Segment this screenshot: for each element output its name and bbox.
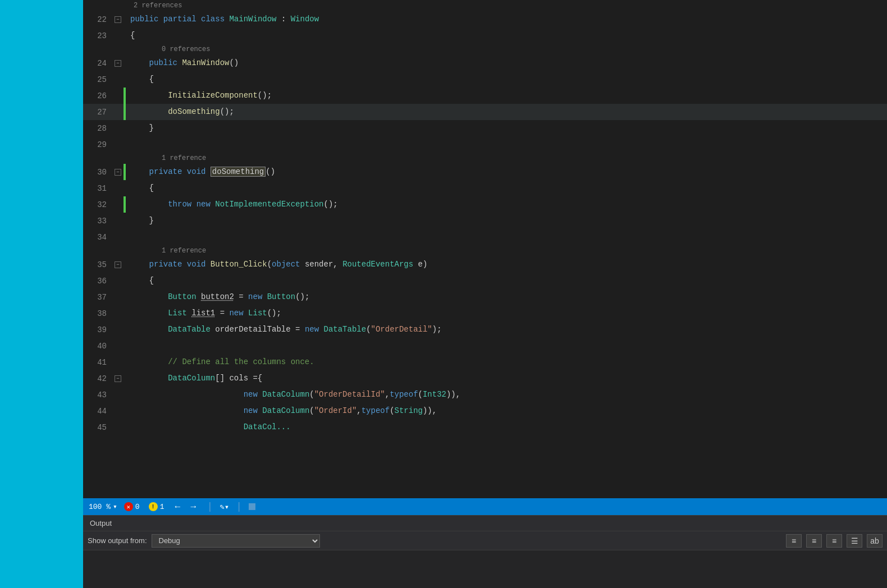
separator-2: |	[236, 501, 242, 512]
warning-count-item[interactable]: ! 1	[149, 502, 164, 511]
line-num-26: 26	[83, 91, 112, 100]
collapse-btn-42[interactable]: −	[115, 375, 121, 382]
output-btn-1[interactable]: ≡	[786, 534, 802, 548]
code-content-35: private void Button_Click(object sender,…	[126, 256, 887, 273]
ref-count-35: 1 reference	[162, 247, 206, 255]
zoom-control[interactable]: 100 % ▾	[89, 502, 117, 511]
code-content-30: private void doSomething()	[126, 164, 887, 180]
annotation-icon[interactable]: ✎▾	[220, 502, 229, 512]
code-line-26: 26 InitializeComponent();	[83, 88, 887, 104]
code-content-43: new DataColumn("OrderDetailId",typeof(In…	[126, 387, 887, 403]
line-num-42: 42	[83, 374, 112, 383]
code-content-42: DataColumn[] cols ={	[126, 370, 887, 387]
gutter-22[interactable]: −	[112, 16, 124, 23]
output-btn-4[interactable]: ☰	[847, 534, 862, 548]
output-btn-2[interactable]: ≡	[806, 534, 822, 548]
nav-arrows: ← →	[171, 500, 200, 513]
code-line-30: 30 − private void doSomething()	[83, 164, 887, 180]
code-content-41: // Define all the columns once.	[126, 354, 887, 370]
line-num-35: 35	[83, 260, 112, 269]
code-content-44: new DataColumn("OrderId",typeof(String))…	[126, 403, 887, 419]
code-content-31: {	[126, 180, 887, 196]
code-content-23: {	[126, 27, 887, 44]
collapse-btn-24[interactable]: −	[115, 60, 121, 67]
line-num-23: 23	[83, 31, 112, 40]
code-content-38: List list1 = new List();	[126, 305, 887, 321]
code-line-23: 23 {	[83, 27, 887, 44]
collapse-btn-30[interactable]: −	[115, 169, 121, 176]
code-line-31: 31 {	[83, 180, 887, 196]
code-line-39: 39 DataTable orderDetailTable = new Data…	[83, 321, 887, 338]
line-num-44: 44	[83, 407, 112, 416]
code-line-32: 32 throw new NotImplementedException();	[83, 196, 887, 213]
zoom-label: 100 %	[89, 503, 111, 511]
code-line-34: 34	[83, 229, 887, 245]
code-content-33: }	[126, 213, 887, 229]
code-content-45: DataCol...	[126, 419, 887, 435]
ref-count-22: 2 references	[134, 2, 182, 10]
output-panel: Output Show output from: Debug Build Tes…	[83, 515, 887, 588]
collapse-btn-22[interactable]: −	[115, 16, 121, 23]
gutter-30[interactable]: −	[112, 169, 124, 176]
line-num-37: 37	[83, 293, 112, 302]
error-count: 0	[135, 503, 140, 511]
ref-count-30: 1 reference	[162, 154, 206, 162]
output-source-select[interactable]: Debug Build Tests	[152, 534, 320, 548]
ref-count-24: 0 references	[162, 45, 210, 53]
code-content-32: throw new NotImplementedException();	[126, 196, 887, 213]
code-content-28: }	[126, 120, 887, 136]
output-title: Output	[90, 519, 112, 527]
ref-line-24: 0 references	[83, 44, 887, 55]
gutter-35[interactable]: −	[112, 261, 124, 268]
main-area: 2 references 22 − public partial class M…	[0, 0, 887, 588]
line-num-40: 40	[83, 342, 112, 351]
code-line-41: 41 // Define all the columns once.	[83, 354, 887, 370]
code-content-27: doSomething();	[126, 104, 887, 120]
line-num-24: 24	[83, 59, 112, 68]
code-line-42: 42 − DataColumn[] cols ={	[83, 370, 887, 387]
output-toolbar: Show output from: Debug Build Tests ≡ ≡ …	[83, 531, 887, 550]
code-line-35: 35 − private void Button_Click(object se…	[83, 256, 887, 273]
line-num-22: 22	[83, 15, 112, 24]
code-line-28: 28 }	[83, 120, 887, 136]
code-line-43: 43 new DataColumn("OrderDetailId",typeof…	[83, 387, 887, 403]
line-num-34: 34	[83, 233, 112, 242]
code-line-27: 27 doSomething();	[83, 104, 887, 120]
code-line-22: 22 − public partial class MainWindow : W…	[83, 11, 887, 27]
code-content-24: public MainWindow()	[126, 55, 887, 71]
gutter-24[interactable]: −	[112, 60, 124, 67]
line-num-45: 45	[83, 423, 112, 432]
line-num-30: 30	[83, 168, 112, 177]
zoom-dropdown-icon[interactable]: ▾	[113, 502, 117, 511]
editor-container: 2 references 22 − public partial class M…	[83, 0, 887, 588]
line-num-36: 36	[83, 277, 112, 286]
code-line-44: 44 new DataColumn("OrderId",typeof(Strin…	[83, 403, 887, 419]
code-content-39: DataTable orderDetailTable = new DataTab…	[126, 321, 887, 338]
status-bar: 100 % ▾ ✕ 0 ! 1 ← → | ✎▾ |	[83, 498, 887, 515]
code-line-33: 33 }	[83, 213, 887, 229]
line-num-28: 28	[83, 124, 112, 133]
line-num-33: 33	[83, 217, 112, 226]
separator-1: |	[207, 501, 213, 512]
code-line-38: 38 List list1 = new List();	[83, 305, 887, 321]
ref-line-30: 1 reference	[83, 153, 887, 164]
nav-back-button[interactable]: ←	[171, 500, 184, 513]
collapse-btn-35[interactable]: −	[115, 261, 121, 268]
line-num-38: 38	[83, 309, 112, 318]
scroll-indicator[interactable]	[249, 503, 255, 510]
show-output-label: Show output from:	[88, 536, 147, 545]
output-btn-3[interactable]: ≡	[826, 534, 842, 548]
gutter-42[interactable]: −	[112, 375, 124, 382]
output-btn-5[interactable]: ab	[867, 534, 883, 548]
code-content-36: {	[126, 273, 887, 289]
code-line-37: 37 Button button2 = new Button();	[83, 289, 887, 305]
line-num-29: 29	[83, 140, 112, 149]
code-content-22: public partial class MainWindow : Window	[126, 11, 887, 27]
code-area[interactable]: 2 references 22 − public partial class M…	[83, 0, 887, 498]
output-header: Output	[83, 516, 887, 531]
line-num-41: 41	[83, 358, 112, 367]
warning-icon: !	[149, 502, 158, 511]
nav-forward-button[interactable]: →	[186, 500, 200, 513]
line-num-31: 31	[83, 184, 112, 193]
error-count-item[interactable]: ✕ 0	[124, 502, 140, 511]
